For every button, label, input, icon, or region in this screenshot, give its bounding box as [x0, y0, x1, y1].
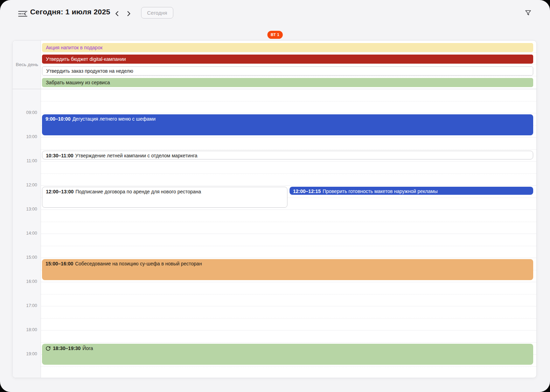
all-day-event[interactable]: Забрать машину из сервиса	[42, 78, 533, 87]
hour-line	[41, 161, 536, 162]
event[interactable]: 12:00–12:15Проверить готовность макетов …	[290, 187, 533, 195]
page-title: Сегодня: 1 июля 2025	[30, 8, 110, 16]
half-hour-line	[41, 294, 536, 294]
event-time: 10:30–11:00	[46, 153, 74, 158]
hour-label: 13:00	[13, 207, 37, 212]
hour-label: 18:00	[13, 327, 37, 332]
event-title: Проверить готовность макетов наружной ре…	[322, 188, 438, 194]
event-time: 15:00–16:00	[46, 261, 73, 266]
hour-label: 17:00	[13, 303, 37, 308]
hour-label: 16:00	[13, 279, 37, 284]
time-grid[interactable]: 09:0010:0011:0012:0013:0014:0015:0016:00…	[13, 89, 536, 378]
half-hour-line	[41, 318, 536, 319]
event[interactable]: 12:00–13:00Подписание договора по аренде…	[42, 187, 287, 208]
hour-line	[41, 137, 536, 137]
prev-day-button[interactable]	[113, 9, 120, 19]
half-hour-line	[41, 101, 536, 101]
hour-label: 15:00	[13, 255, 37, 260]
half-hour-line	[41, 342, 536, 343]
half-hour-line	[41, 366, 536, 367]
hour-label: 19:00	[13, 351, 37, 356]
event-time: 9:00–10:00	[46, 116, 71, 122]
event-time: 12:00–13:00	[46, 189, 74, 194]
collapse-sidebar-icon	[18, 10, 27, 19]
all-day-event[interactable]: Акция напиток в подарок	[42, 43, 533, 52]
current-day-badge[interactable]: ВТ 1	[267, 31, 283, 39]
hour-label: 11:00	[13, 158, 37, 163]
day-view: Весь день Акция напиток в подарокУтверди…	[12, 40, 537, 378]
event-title: Утверждение летней кампании с отделом ма…	[75, 153, 197, 158]
hour-line	[41, 234, 536, 234]
event-title: Подписание договора по аренде для нового…	[75, 189, 201, 194]
all-day-row-separator	[41, 52, 536, 53]
all-day-event[interactable]: Утвердить бюджет digital-кампании	[42, 55, 533, 64]
hour-label: 12:00	[13, 183, 37, 187]
today-button[interactable]: Сегодня	[141, 7, 173, 19]
hour-line	[41, 330, 536, 330]
filter-button[interactable]	[523, 8, 533, 19]
event-time: 18:30–19:30	[53, 345, 81, 351]
event-title: Собеседование на позицию су-шефа в новый…	[75, 261, 202, 266]
hour-label: 14:00	[13, 231, 37, 236]
hour-line	[41, 209, 536, 210]
event[interactable]: 10:30–11:00Утверждение летней кампании с…	[42, 151, 533, 160]
hour-label: 10:00	[13, 134, 37, 139]
hour-line	[41, 185, 536, 186]
half-hour-line	[41, 246, 536, 246]
hour-label: 09:00	[13, 110, 37, 115]
toolbar: Сегодня: 1 июля 2025 Сегодня	[0, 0, 550, 25]
hour-line	[41, 258, 536, 258]
next-day-button[interactable]	[125, 9, 132, 19]
event[interactable]: 18:30–19:30Йога	[42, 344, 533, 365]
chevron-left-icon	[115, 10, 119, 18]
calendar-window: Сегодня: 1 июля 2025 Сегодня ВТ 1 Весь д…	[0, 0, 550, 392]
half-hour-line	[41, 222, 536, 222]
hour-line	[41, 282, 536, 282]
event-title: Йога	[82, 345, 93, 351]
chevron-right-icon	[127, 10, 131, 18]
event-time: 12:00–12:15	[293, 188, 321, 194]
filter-funnel-icon	[524, 9, 532, 17]
half-hour-line	[41, 149, 536, 150]
all-day-section: Весь день Акция напиток в подарокУтверди…	[13, 41, 536, 89]
event[interactable]: 15:00–16:00Собеседование на позицию су-ш…	[42, 259, 533, 280]
sidebar-toggle-button[interactable]	[17, 8, 29, 20]
half-hour-line	[41, 173, 536, 174]
hour-line	[41, 306, 536, 306]
all-day-row-separator	[41, 64, 536, 64]
event-title: Дегустация летнего меню с шефами	[72, 116, 156, 122]
all-day-event[interactable]: Утвердить заказ продуктов на неделю	[42, 66, 533, 76]
all-day-label: Весь день	[16, 62, 38, 67]
all-day-row-separator	[41, 76, 536, 76]
hour-line	[41, 113, 536, 113]
recurring-icon	[46, 346, 51, 351]
event[interactable]: 9:00–10:00Дегустация летнего меню с шефа…	[42, 114, 533, 135]
